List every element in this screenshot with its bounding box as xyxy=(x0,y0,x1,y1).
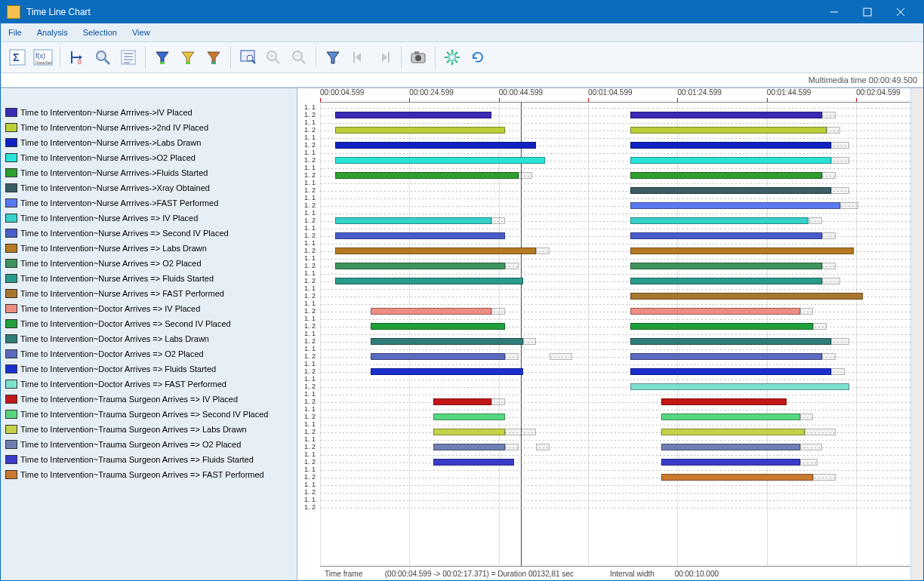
event-bar-partial[interactable] xyxy=(831,157,849,164)
event-bar-partial[interactable] xyxy=(505,429,536,435)
event-bar[interactable] xyxy=(371,308,491,315)
event-bar-partial[interactable] xyxy=(813,323,827,330)
event-bar[interactable] xyxy=(371,323,505,330)
event-bar[interactable] xyxy=(630,187,831,194)
event-bar[interactable] xyxy=(335,112,491,118)
event-bar-partial[interactable] xyxy=(491,308,505,315)
event-bar[interactable] xyxy=(661,429,804,435)
legend-item[interactable]: Time to Interventon~Nurse Arrrives->Xray… xyxy=(1,180,297,195)
legend-item[interactable]: Time to Intervention~Nurse Arrives => IV… xyxy=(1,211,297,226)
tool-funnel-mix-icon[interactable] xyxy=(202,45,226,69)
minimize-button[interactable] xyxy=(818,2,851,23)
event-bar[interactable] xyxy=(661,398,787,405)
event-bar[interactable] xyxy=(630,368,831,375)
event-bar[interactable] xyxy=(630,323,814,330)
maximize-button[interactable] xyxy=(851,2,884,23)
event-bar-partial[interactable] xyxy=(491,398,505,405)
event-bar-partial[interactable] xyxy=(536,247,550,254)
tool-gear-icon[interactable] xyxy=(440,45,464,69)
event-bar[interactable] xyxy=(433,429,505,435)
legend-item[interactable]: Time to Interventon~Nurse Arrrives->IV P… xyxy=(1,105,297,120)
event-bar[interactable] xyxy=(433,413,505,420)
event-bar-partial[interactable] xyxy=(822,112,836,118)
tool-zoom-frame-icon[interactable] xyxy=(236,45,260,69)
tool-funnel-yellow-icon[interactable] xyxy=(176,45,200,69)
legend-item[interactable]: Time to Intervention~Doctor Arrives => L… xyxy=(1,331,297,346)
legend-item[interactable]: Time to Interventon~Nurse Arrrives->Labs… xyxy=(1,135,297,150)
event-bar[interactable] xyxy=(630,278,823,284)
plot-area[interactable]: 00:00:04.59900:00:24.59900:00:44.59900:0… xyxy=(297,88,910,580)
event-bar-partial[interactable] xyxy=(519,172,532,179)
legend-item[interactable]: Time to Intervention~Nurse Arrives => FA… xyxy=(1,286,297,301)
event-bar-partial[interactable] xyxy=(831,187,849,194)
event-bar-partial[interactable] xyxy=(840,202,858,209)
event-bar-partial[interactable] xyxy=(822,278,840,284)
event-bar[interactable] xyxy=(335,278,523,284)
event-bar[interactable] xyxy=(433,398,491,405)
vertical-scrollbar[interactable] xyxy=(910,88,923,580)
titlebar[interactable]: Time Line Chart xyxy=(1,1,923,23)
legend-item[interactable]: Time to Intervention~Doctor Arrives => I… xyxy=(1,301,297,316)
event-bar[interactable] xyxy=(630,263,823,269)
legend-item[interactable]: Time to Intervention~Nurse Arrives => Fl… xyxy=(1,271,297,286)
event-bar[interactable] xyxy=(630,353,823,360)
event-bar[interactable] xyxy=(630,383,849,390)
event-bar[interactable] xyxy=(335,157,545,164)
event-bar[interactable] xyxy=(371,338,522,345)
legend-item[interactable]: Time to Intervention~Doctor Arrives => S… xyxy=(1,316,297,331)
tool-filter-icon[interactable] xyxy=(321,45,345,69)
legend-item[interactable]: Time to Intervention~Doctor Arrives => F… xyxy=(1,377,297,392)
event-bar-partial[interactable] xyxy=(822,232,836,239)
event-bar[interactable] xyxy=(630,338,831,345)
legend-item[interactable]: Time to Intervention~Nurse Arrives => La… xyxy=(1,241,297,256)
event-bar-partial[interactable] xyxy=(800,444,823,450)
legend-item[interactable]: Time to Intervention~Doctor Arrives => F… xyxy=(1,361,297,377)
event-bar-partial[interactable] xyxy=(523,338,537,345)
event-bar-partial[interactable] xyxy=(813,474,836,481)
tool-refresh-icon[interactable] xyxy=(466,45,490,69)
legend-item[interactable]: Time to Intervention~Trauma Surgeon Arri… xyxy=(1,452,297,467)
event-bar[interactable] xyxy=(335,172,519,179)
menu-view[interactable]: View xyxy=(125,23,158,42)
event-bar-partial[interactable] xyxy=(800,308,814,315)
event-bar-partial[interactable] xyxy=(550,353,572,360)
event-bar-partial[interactable] xyxy=(800,413,814,420)
event-bar-partial[interactable] xyxy=(822,353,836,360)
legend-item[interactable]: Time to Interventon~Nurse Arrrives->Flui… xyxy=(1,165,297,180)
event-bar-partial[interactable] xyxy=(822,172,836,179)
event-bar[interactable] xyxy=(335,127,505,134)
legend-item[interactable]: Time to Intervention~Trauma Surgeon Arri… xyxy=(1,467,297,482)
event-bar[interactable] xyxy=(433,444,505,450)
event-bar[interactable] xyxy=(661,474,813,481)
menu-selection[interactable]: Selection xyxy=(75,23,125,42)
event-bar-partial[interactable] xyxy=(800,459,818,466)
menu-file[interactable]: File xyxy=(1,23,29,42)
event-bar-partial[interactable] xyxy=(831,142,849,149)
timeline-plot[interactable] xyxy=(320,103,910,566)
menu-analysis[interactable]: Analysis xyxy=(29,23,75,42)
legend-item[interactable]: Time to Interventon~Nurse Arrrives->FAST… xyxy=(1,195,297,211)
event-bar[interactable] xyxy=(630,202,840,209)
event-bar[interactable] xyxy=(335,263,505,269)
legend-item[interactable]: Time to Intervention~Nurse Arrives => O2… xyxy=(1,256,297,271)
event-bar-partial[interactable] xyxy=(809,217,823,224)
legend-item[interactable]: Time to Intervention~Doctor Arrives => O… xyxy=(1,346,297,361)
event-bar[interactable] xyxy=(630,157,831,164)
tool-magnifier-icon[interactable] xyxy=(91,45,115,69)
event-bar[interactable] xyxy=(661,459,799,466)
event-bar[interactable] xyxy=(630,232,823,239)
event-bar-partial[interactable] xyxy=(505,353,519,360)
event-bar-partial[interactable] xyxy=(827,127,840,134)
legend-panel[interactable]: Time to Interventon~Nurse Arrrives->IV P… xyxy=(1,88,297,580)
close-button[interactable] xyxy=(884,2,917,23)
legend-item[interactable]: Time to Intervention~Trauma Surgeon Arri… xyxy=(1,422,297,437)
legend-item[interactable]: Time to Interventon~Nurse Arrrives->2nd … xyxy=(1,120,297,135)
legend-item[interactable]: Time to Intervention~Trauma Surgeon Arri… xyxy=(1,392,297,407)
event-bar[interactable] xyxy=(630,217,809,224)
event-bar[interactable] xyxy=(371,353,505,360)
event-bar[interactable] xyxy=(630,308,800,315)
event-bar[interactable] xyxy=(630,142,831,149)
event-bar[interactable] xyxy=(335,232,505,239)
event-bar-partial[interactable] xyxy=(505,263,519,269)
event-bar[interactable] xyxy=(630,293,863,300)
